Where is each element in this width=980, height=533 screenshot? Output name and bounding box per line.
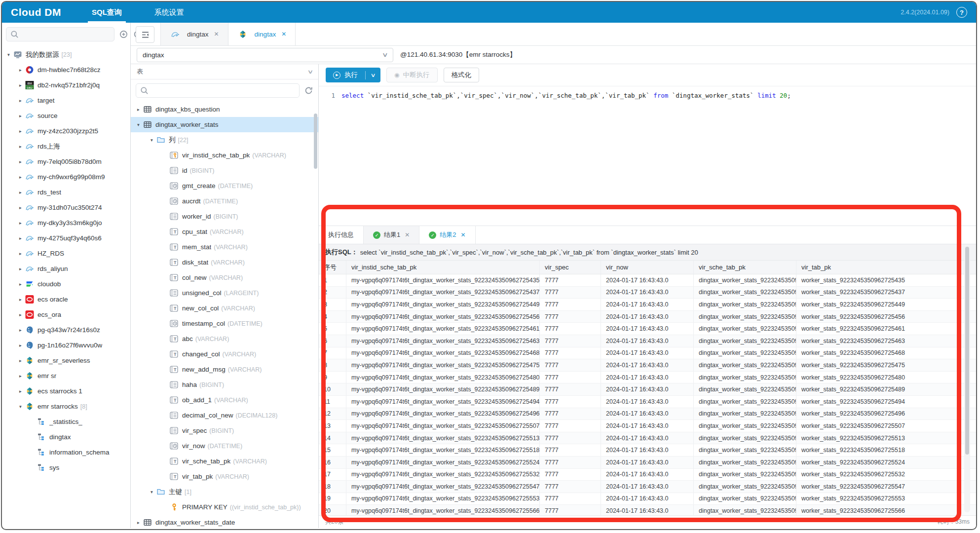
chevron-right-icon[interactable]: ▸ xyxy=(17,358,24,363)
chevron-down-icon[interactable]: ∨ xyxy=(363,72,380,78)
chevron-down-icon[interactable]: ▾ xyxy=(5,52,12,57)
result-row[interactable]: 3my-vgpq6q097174t6t_dingtax_worker_stats… xyxy=(319,299,976,311)
result-header-cell[interactable]: vir_spec xyxy=(540,261,601,274)
chevron-right-icon[interactable]: ▸ xyxy=(17,205,24,210)
datasource-item[interactable]: ▸emr_sr_severless xyxy=(2,353,130,368)
table-node-item[interactable]: decimal_col_new(DECIMAL128) xyxy=(131,408,318,423)
datasource-item[interactable]: ▸pg-1n16o27f6wvvu0w xyxy=(2,338,130,353)
result-row[interactable]: 2my-vgpq6q097174t6t_dingtax_worker_stats… xyxy=(319,287,976,299)
chevron-right-icon[interactable]: ▸ xyxy=(17,113,24,118)
datasource-item[interactable]: ▸ecs_ora xyxy=(2,307,130,322)
datasource-item[interactable]: ▸rds_aliyun xyxy=(2,261,130,276)
table-node-item[interactable]: ▸dingtax_kbs_question xyxy=(131,102,318,117)
table-node-item[interactable]: Tvir_sche_tab_pk(VARCHAR) xyxy=(131,454,318,469)
nav-menu-item[interactable]: 系统设置 xyxy=(150,2,189,23)
result-row[interactable]: 11my-vgpq6q097174t6t_dingtax_worker_stat… xyxy=(319,396,976,408)
result-row[interactable]: 13my-vgpq6q097174t6t_dingtax_worker_stat… xyxy=(319,420,976,432)
table-node-item[interactable]: Tvir_tab_pk(VARCHAR) xyxy=(131,469,318,484)
result-row[interactable]: 1my-vgpq6q097174t6t_dingtax_worker_stats… xyxy=(319,274,976,287)
sql-editor[interactable]: 1 select `vir_instid_sche_tab_pk`,`vir_s… xyxy=(319,86,976,226)
chevron-right-icon[interactable]: ▸ xyxy=(17,190,24,195)
datasource-item[interactable]: _statistics_ xyxy=(2,414,130,429)
chevron-right-icon[interactable]: ▸ xyxy=(17,373,24,379)
datasource-item[interactable]: ▸my-4275uqf3y4q60s6 xyxy=(2,230,130,246)
datasource-item[interactable]: sys xyxy=(2,460,130,475)
refresh-icon[interactable] xyxy=(304,86,313,95)
chevron-right-icon[interactable]: ▸ xyxy=(17,82,24,88)
datasource-item[interactable]: ▸my-z4zc2030jzzp2t5 xyxy=(2,123,130,139)
datasource-item[interactable]: ▸rds上海 xyxy=(2,139,130,154)
chevron-right-icon[interactable]: ▸ xyxy=(17,174,24,180)
result-row[interactable]: 17my-vgpq6q097174t6t_dingtax_worker_stat… xyxy=(319,469,976,481)
datasource-item[interactable]: ▸my-ch9wxr6g99p08m9 xyxy=(2,169,130,185)
result-tab[interactable]: ✓结果2✕ xyxy=(419,226,475,244)
result-header-cell[interactable]: vir_tab_pk xyxy=(796,261,976,274)
datasource-item[interactable]: ▾我的数据源[23] xyxy=(2,47,130,62)
datasource-item[interactable]: ▸ecs starrocks 1 xyxy=(2,383,130,399)
datasource-item[interactable]: ▸pg-q343w7r24r16s0z xyxy=(2,322,130,338)
chevron-right-icon[interactable]: ▸ xyxy=(17,159,24,164)
run-button[interactable]: ▶ 执行 ∨ xyxy=(326,68,380,82)
tab-close-icon[interactable]: ✕ xyxy=(214,31,219,38)
database-select[interactable]: dingtax ∨ xyxy=(137,48,393,62)
datasource-item[interactable]: ▸HZ_RDS xyxy=(2,246,130,261)
tab-close-icon[interactable]: ✕ xyxy=(461,231,466,238)
chevron-right-icon[interactable]: ▸ xyxy=(17,388,24,394)
table-node-item[interactable]: ▸dingtax_worker_stats_date xyxy=(131,515,318,528)
tree-scrollbar[interactable] xyxy=(314,114,317,169)
result-row[interactable]: 5my-vgpq6q097174t6t_dingtax_worker_stats… xyxy=(319,323,976,335)
add-datasource-icon[interactable] xyxy=(119,30,128,39)
chevron-right-icon[interactable]: ▸ xyxy=(17,251,24,256)
datasource-item[interactable]: dingtax xyxy=(2,429,130,445)
result-tab[interactable]: ✓结果1✕ xyxy=(364,226,419,244)
result-row[interactable]: 15my-vgpq6q097174t6t_dingtax_worker_stat… xyxy=(319,444,976,457)
result-row[interactable]: 20my-vgpq6q097174t6t_dingtax_worker_stat… xyxy=(319,505,976,515)
result-row[interactable]: 7my-vgpq6q097174t6t_dingtax_worker_stats… xyxy=(319,347,976,360)
chevron-right-icon[interactable]: ▸ xyxy=(17,281,24,287)
datasource-item[interactable]: ▸source xyxy=(2,108,130,123)
result-row[interactable]: 8my-vgpq6q097174t6t_dingtax_worker_stats… xyxy=(319,359,976,372)
result-row[interactable]: 14my-vgpq6q097174t6t_dingtax_worker_stat… xyxy=(319,432,976,445)
table-node-item[interactable]: gmt_create(DATETIME) xyxy=(131,178,318,193)
datasource-item[interactable]: ▸cloudob xyxy=(2,276,130,292)
result-header-cell[interactable]: vir_now xyxy=(601,261,694,274)
chevron-right-icon[interactable]: ▸ xyxy=(135,107,142,112)
table-node-item[interactable]: worker_id(BIGINT) xyxy=(131,209,318,224)
table-node-item[interactable]: Tnew_add_msg(VARCHAR) xyxy=(131,362,318,377)
result-row[interactable]: 12my-vgpq6q097174t6t_dingtax_worker_stat… xyxy=(319,408,976,420)
datasource-item[interactable]: ▸my-dky3y3s3m6kg0jo xyxy=(2,215,130,230)
editor-tab[interactable]: dingtax✕ xyxy=(160,23,228,45)
result-row[interactable]: 6my-vgpq6q097174t6t_dingtax_worker_stats… xyxy=(319,335,976,347)
table-node-item[interactable]: Tcpu_stat(VARCHAR) xyxy=(131,224,318,239)
format-button[interactable]: 格式化 xyxy=(444,68,480,82)
result-row[interactable]: 10my-vgpq6q097174t6t_dingtax_worker_stat… xyxy=(319,383,976,396)
datasource-item[interactable]: ▸target xyxy=(2,93,130,108)
table-node-item[interactable]: haha(BIGINT) xyxy=(131,377,318,392)
table-node-item[interactable]: Tdisk_stat(VARCHAR) xyxy=(131,255,318,270)
result-header-cell[interactable]: 序号 xyxy=(319,261,346,274)
table-node-item[interactable]: PRIMARY KEY((vir_instid_sche_tab_pk)) xyxy=(131,499,318,515)
table-node-item[interactable]: aucrdt(DATETIME) xyxy=(131,193,318,209)
interrupt-button[interactable]: ◉ 中断执行 xyxy=(386,68,437,82)
tab-close-icon[interactable]: ✕ xyxy=(405,231,410,238)
table-node-item[interactable]: id(BIGINT) xyxy=(131,163,318,178)
datasource-item[interactable]: ▸IBMDB2db2-nvkq57z1bfr2j0q xyxy=(2,77,130,93)
chevron-down-icon[interactable]: ▾ xyxy=(148,137,155,143)
chevron-right-icon[interactable]: ▸ xyxy=(17,343,24,348)
table-node-item[interactable]: Tob_add_1(VARCHAR) xyxy=(131,392,318,408)
result-row[interactable]: 4my-vgpq6q097174t6t_dingtax_worker_stats… xyxy=(319,311,976,323)
tab-close-icon[interactable]: ✕ xyxy=(281,31,286,38)
collapse-sidebar-button[interactable] xyxy=(136,26,154,43)
help-icon[interactable]: ? xyxy=(956,7,967,18)
table-node-item[interactable]: Tabc(VARCHAR) xyxy=(131,331,318,346)
collapse-section-icon[interactable]: ∨ xyxy=(307,69,314,75)
datasource-item[interactable]: ▸rds_test xyxy=(2,185,130,200)
chevron-right-icon[interactable]: ▸ xyxy=(17,144,24,149)
chevron-right-icon[interactable]: ▸ xyxy=(17,220,24,226)
datasource-item[interactable]: ▸my-31dh07uc350t274 xyxy=(2,200,130,215)
table-node-item[interactable]: vir_now(DATETIME) xyxy=(131,438,318,454)
chevron-right-icon[interactable]: ▸ xyxy=(17,67,24,73)
table-node-item[interactable]: timestamp_col(DATETIME) xyxy=(131,316,318,331)
result-tab[interactable]: 执行信息 xyxy=(319,226,364,244)
chevron-right-icon[interactable]: ▸ xyxy=(17,312,24,317)
